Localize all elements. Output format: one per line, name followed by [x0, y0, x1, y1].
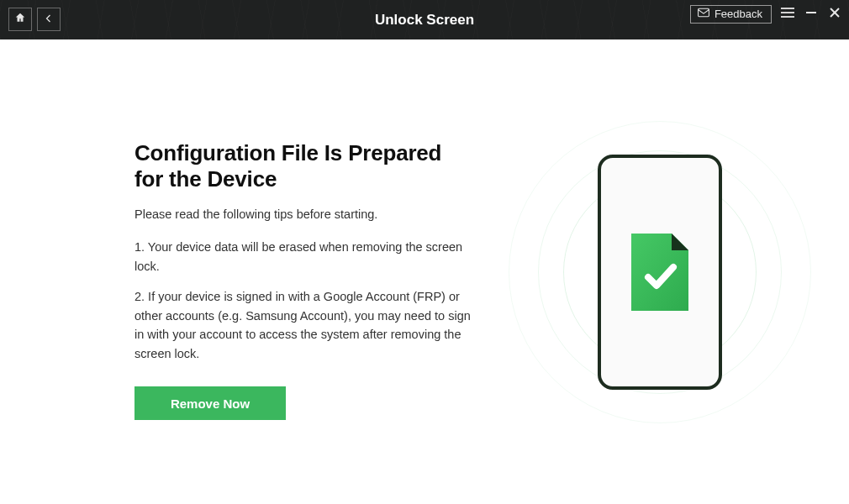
close-button[interactable]: [827, 7, 842, 22]
home-icon: [14, 12, 26, 27]
illustration-panel: [471, 39, 849, 504]
svg-rect-0: [698, 8, 709, 16]
chevron-left-icon: [44, 12, 54, 27]
tip-2: 2. If your device is signed in with a Go…: [134, 287, 471, 363]
titlebar: Unlock Screen Feedback: [0, 0, 849, 39]
instructions-panel: Configuration File Is Prepared for the D…: [134, 39, 471, 504]
minimize-button[interactable]: [804, 7, 819, 22]
minimize-icon: [805, 7, 817, 22]
hamburger-icon: [781, 7, 794, 22]
mail-icon: [698, 8, 709, 20]
tip-1: 1. Your device data will be erased when …: [134, 238, 471, 276]
subtext: Please read the following tips before st…: [134, 207, 471, 221]
page-heading: Configuration File Is Prepared for the D…: [134, 140, 471, 192]
back-button[interactable]: [37, 8, 61, 31]
close-icon: [829, 7, 841, 22]
remove-now-button[interactable]: Remove Now: [134, 386, 286, 420]
home-button[interactable]: [8, 8, 32, 31]
content-area: Configuration File Is Prepared for the D…: [0, 39, 849, 504]
remove-now-label: Remove Now: [171, 396, 250, 411]
menu-button[interactable]: [780, 7, 795, 22]
feedback-label: Feedback: [715, 8, 762, 20]
window-title: Unlock Screen: [375, 12, 474, 29]
phone-illustration: [598, 155, 722, 390]
document-check-icon: [631, 234, 688, 311]
feedback-button[interactable]: Feedback: [690, 5, 772, 24]
